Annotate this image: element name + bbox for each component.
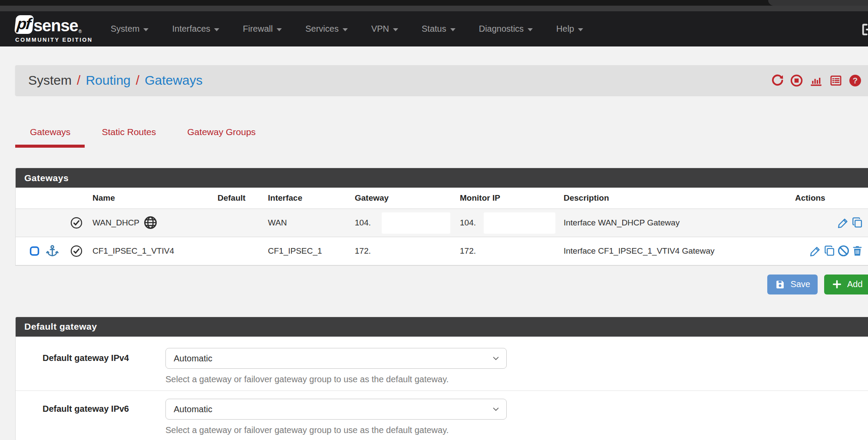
edit-icon[interactable]	[837, 216, 850, 229]
copy-icon[interactable]	[823, 245, 836, 257]
caret-down-icon	[343, 28, 348, 31]
gateway-address-cell: 104.	[355, 208, 460, 237]
pfsense-logo-registered: ®	[79, 30, 82, 34]
table-row: CF1_IPSEC_1_VTIV4 CF1_IPSEC_1 172. 172. …	[16, 237, 868, 265]
log-icon[interactable]	[829, 74, 843, 87]
caret-down-icon	[393, 28, 398, 31]
tab-gateways[interactable]: Gateways	[15, 127, 85, 148]
default-gateway-ipv4-label: Default gateway IPv4	[16, 348, 165, 384]
gateways-table: Name Default Interface Gateway Monitor I…	[16, 188, 868, 265]
copy-icon[interactable]	[851, 216, 864, 229]
gateway-description-cell: Interface CF1_IPSEC_1_VTIV4 Gateway	[564, 237, 795, 265]
stop-circle-icon[interactable]	[790, 74, 803, 87]
default-gateway-panel-title: Default gateway	[16, 317, 868, 337]
gateway-name: WAN_DHCP	[92, 218, 139, 228]
gateway-default-cell	[218, 208, 268, 237]
caret-down-icon	[528, 28, 533, 31]
caret-down-icon	[450, 28, 455, 31]
page-content: System / Routing / Gateways	[0, 65, 868, 440]
default-gateway-ipv4-select[interactable]: Automatic	[165, 348, 507, 369]
breadcrumb-routing-link[interactable]: Routing	[86, 73, 130, 88]
nav-menu-status-label: Status	[422, 24, 446, 34]
row-actions-cell	[795, 208, 868, 237]
plus-icon	[832, 279, 842, 290]
monitor-ip-cell: 172.	[460, 237, 564, 265]
default-gateway-panel: Default gateway Default gateway IPv4 Aut…	[15, 317, 868, 440]
table-header-row: Name Default Interface Gateway Monitor I…	[16, 188, 868, 208]
gateway-name-cell: CF1_IPSEC_1_VTIV4	[92, 237, 218, 265]
nav-menu-services-label: Services	[305, 24, 339, 34]
breadcrumb-actions: ?	[771, 74, 862, 87]
column-status	[16, 188, 92, 208]
breadcrumb-separator: /	[136, 73, 139, 88]
status-cell	[16, 208, 92, 237]
refresh-icon[interactable]	[771, 74, 784, 87]
gateways-panel: Gateways Name Default Interface Gateway …	[15, 168, 868, 266]
nav-menu-services[interactable]: Services	[294, 11, 360, 46]
square-icon[interactable]	[29, 245, 40, 257]
tab-gateway-groups[interactable]: Gateway Groups	[172, 127, 270, 148]
gateway-name: CF1_IPSEC_1_VTIV4	[92, 246, 174, 256]
save-button-label: Save	[790, 279, 810, 289]
nav-menu-status[interactable]: Status	[410, 11, 467, 46]
edit-icon[interactable]	[809, 245, 822, 257]
disable-icon[interactable]	[837, 245, 850, 257]
browser-chrome-strip	[0, 6, 868, 11]
table-row: WAN_DHCP WAN	[16, 208, 868, 237]
redaction-box	[484, 212, 555, 234]
nav-menu-interfaces[interactable]: Interfaces	[160, 11, 231, 46]
caret-down-icon	[578, 28, 583, 31]
chart-bar-icon[interactable]	[809, 74, 823, 87]
anchor-icon[interactable]	[46, 244, 59, 258]
column-description: Description	[564, 188, 795, 208]
gateway-interface-cell: CF1_IPSEC_1	[268, 237, 355, 265]
help-icon[interactable]: ?	[848, 74, 862, 87]
gateways-actions-bar: Save Add	[15, 275, 868, 294]
nav-menu-vpn[interactable]: VPN	[360, 11, 410, 46]
column-interface: Interface	[268, 188, 355, 208]
nav-menu-firewall[interactable]: Firewall	[231, 11, 294, 46]
add-button-label: Add	[847, 279, 863, 289]
monitor-ip: 104.	[460, 218, 476, 227]
svg-text:?: ?	[853, 76, 858, 85]
top-navbar: pfsense® COMMUNITY EDITION System Interf…	[0, 11, 868, 46]
pfsense-logo-sense: sense	[33, 17, 78, 34]
delete-icon[interactable]	[851, 245, 864, 257]
save-icon	[775, 279, 785, 290]
default-gateway-ipv6-row: Default gateway IPv6 Automatic Select a …	[16, 390, 868, 440]
sign-out-icon[interactable]	[860, 22, 868, 37]
gateway-interface-cell: WAN	[268, 208, 355, 237]
breadcrumb-gateways-link[interactable]: Gateways	[145, 73, 202, 88]
pfsense-logo-main: pfsense®	[15, 15, 93, 34]
nav-menu-system[interactable]: System	[99, 11, 161, 46]
caret-down-icon	[277, 28, 282, 31]
pfsense-logo[interactable]: pfsense® COMMUNITY EDITION	[15, 15, 93, 43]
monitor-ip-cell: 104.	[460, 208, 564, 237]
tab-static-routes[interactable]: Static Routes	[87, 127, 170, 148]
routing-tabs: Gateways Static Routes Gateway Groups	[15, 127, 868, 148]
nav-menu-help-label: Help	[556, 24, 574, 34]
default-gateway-ipv6-select[interactable]: Automatic	[165, 399, 507, 420]
nav-menu-help[interactable]: Help	[545, 11, 595, 46]
gateway-description-cell: Interface WAN_DHCP Gateway	[564, 208, 795, 237]
row-actions-cell	[795, 237, 868, 265]
globe-icon	[143, 215, 158, 230]
pfsense-logo-subtitle: COMMUNITY EDITION	[15, 36, 93, 43]
pfsense-logo-pf: pf	[14, 15, 34, 34]
nav-menu-diagnostics[interactable]: Diagnostics	[467, 11, 545, 46]
save-button[interactable]: Save	[767, 275, 818, 294]
column-name: Name	[92, 188, 218, 208]
nav-menu-vpn-label: VPN	[371, 24, 389, 34]
gateway-address-cell: 172.	[355, 237, 460, 265]
caret-down-icon	[143, 28, 149, 31]
status-cell	[16, 237, 92, 265]
default-gateway-ipv4-help: Select a gateway or failover gateway gro…	[165, 374, 507, 384]
gateway-default-cell	[218, 237, 268, 265]
caret-down-icon	[214, 28, 219, 31]
add-button[interactable]: Add	[824, 275, 868, 294]
window-top-bar	[0, 0, 868, 6]
default-gateway-ipv4-row: Default gateway IPv4 Automatic Select a …	[16, 337, 868, 390]
check-circle-icon	[70, 216, 83, 229]
breadcrumb: System / Routing / Gateways	[28, 73, 203, 88]
breadcrumb-bar: System / Routing / Gateways	[15, 65, 868, 96]
